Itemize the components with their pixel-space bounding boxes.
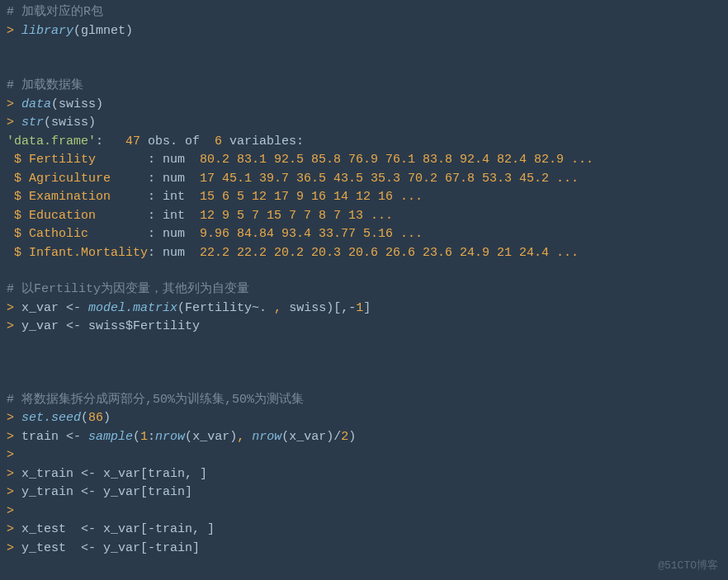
watermark: @51CTO博客: [658, 558, 718, 574]
comment-split: # 将数据集拆分成两部分,50%为训练集,50%为测试集: [7, 391, 721, 410]
output-var-mortality: $ Infant.Mortality: num 22.2 22.2 20.2 2…: [7, 244, 721, 263]
blank-line: [7, 355, 721, 373]
code-library: > library(glmnet): [7, 22, 721, 41]
code-ytrain: > y_train <- y_var[train]: [7, 483, 721, 502]
code-ytest: > y_test <- y_var[-train]: [7, 540, 721, 559]
output-var-agriculture: $ Agriculture : num 17 45.1 39.7 36.5 43…: [7, 170, 721, 189]
output-var-education: $ Education : int 12 9 5 7 15 7 7 8 7 13…: [7, 207, 721, 226]
blank-line: [7, 262, 721, 281]
blank-line: [7, 373, 721, 391]
output-var-examination: $ Examination : int 15 6 5 12 17 9 16 14…: [7, 188, 721, 207]
blank-line: [7, 40, 721, 59]
prompt-empty: >: [7, 446, 721, 465]
blank-line: [7, 59, 721, 77]
code-xtest: > x_test <- x_var[-train, ]: [7, 521, 721, 540]
output-var-fertility: $ Fertility : num 80.2 83.1 92.5 85.8 76…: [7, 151, 721, 170]
code-xtrain: > x_train <- x_var[train, ]: [7, 465, 721, 484]
blank-line: [7, 337, 721, 355]
code-str: > str(swiss): [7, 114, 721, 133]
comment-load-data: # 加载数据集: [7, 77, 721, 96]
code-xvar: > x_var <- model.matrix(Fertility~. , sw…: [7, 299, 721, 318]
output-dataframe: 'data.frame': 47 obs. of 6 variables:: [7, 133, 721, 152]
code-train: > train <- sample(1:nrow(x_var), nrow(x_…: [7, 428, 721, 447]
prompt-empty: >: [7, 502, 721, 521]
output-var-catholic: $ Catholic : num 9.96 84.84 93.4 33.77 5…: [7, 225, 721, 244]
code-yvar: > y_var <- swiss$Fertility: [7, 318, 721, 337]
comment-load-pkg: # 加载对应的R包: [7, 3, 721, 22]
code-data: > data(swiss): [7, 96, 721, 115]
code-seed: > set.seed(86): [7, 409, 721, 428]
comment-vars: # 以Fertility为因变量，其他列为自变量: [7, 281, 721, 299]
